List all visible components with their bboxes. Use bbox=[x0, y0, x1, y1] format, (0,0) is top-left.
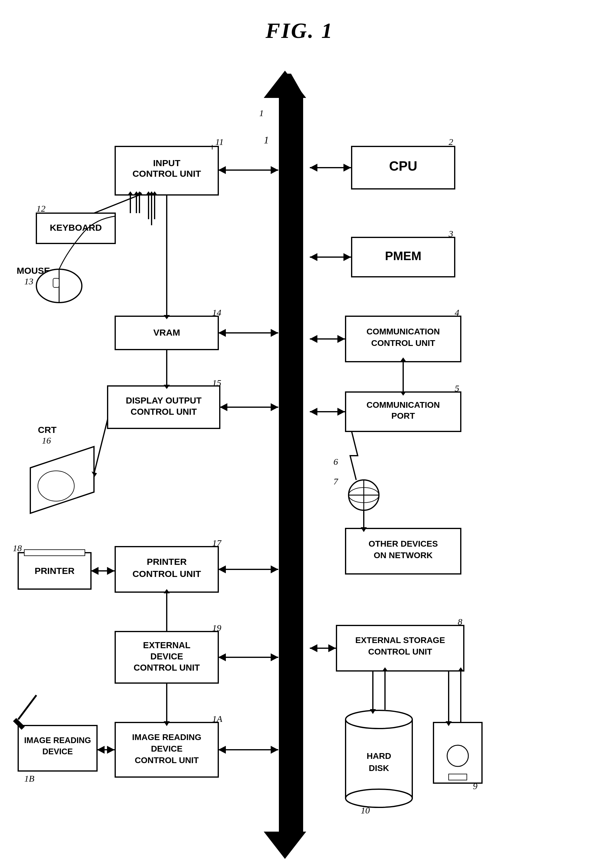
svg-marker-142 bbox=[310, 644, 318, 652]
svg-line-16 bbox=[94, 195, 140, 213]
svg-text:PMEM: PMEM bbox=[385, 249, 421, 263]
svg-text:1: 1 bbox=[259, 108, 264, 118]
svg-marker-102 bbox=[343, 164, 351, 171]
svg-marker-124 bbox=[310, 408, 318, 416]
svg-text:PORT: PORT bbox=[391, 411, 415, 421]
svg-rect-62 bbox=[24, 550, 85, 556]
svg-text:EXTERNAL: EXTERNAL bbox=[143, 640, 190, 650]
svg-text:VRAM: VRAM bbox=[154, 328, 180, 337]
svg-marker-75 bbox=[271, 653, 278, 661]
svg-text:CONTROL UNIT: CONTROL UNIT bbox=[132, 569, 201, 579]
svg-text:8: 8 bbox=[458, 617, 462, 627]
svg-marker-108 bbox=[343, 253, 351, 261]
svg-text:CONTROL UNIT: CONTROL UNIT bbox=[371, 338, 435, 348]
svg-text:DEVICE: DEVICE bbox=[151, 744, 182, 754]
svg-text:13: 13 bbox=[24, 276, 33, 286]
svg-marker-86 bbox=[218, 746, 226, 754]
svg-marker-115 bbox=[337, 335, 345, 343]
svg-marker-114 bbox=[310, 335, 318, 343]
svg-text:PRINTER: PRINTER bbox=[35, 566, 75, 576]
svg-text:7: 7 bbox=[333, 476, 339, 486]
svg-text:DISPLAY OUTPUT: DISPLAY OUTPUT bbox=[126, 396, 202, 405]
svg-text:19: 19 bbox=[212, 623, 221, 633]
svg-text:DISK: DISK bbox=[369, 763, 389, 773]
svg-point-155 bbox=[447, 745, 468, 766]
svg-text:CONTROL UNIT: CONTROL UNIT bbox=[368, 647, 432, 656]
svg-text:ON NETWORK: ON NETWORK bbox=[374, 551, 433, 560]
svg-marker-35 bbox=[218, 329, 226, 337]
svg-marker-46 bbox=[220, 403, 227, 411]
svg-text:14: 14 bbox=[212, 307, 221, 317]
svg-text:IMAGE READING: IMAGE READING bbox=[24, 736, 91, 745]
svg-text:CRT: CRT bbox=[38, 425, 57, 435]
svg-marker-143 bbox=[328, 644, 336, 652]
svg-text:1A: 1A bbox=[212, 714, 223, 724]
svg-text:CPU: CPU bbox=[389, 159, 417, 173]
svg-rect-0 bbox=[279, 95, 303, 835]
svg-text:CONTROL UNIT: CONTROL UNIT bbox=[132, 168, 201, 179]
svg-line-92 bbox=[18, 695, 36, 719]
svg-text:3: 3 bbox=[448, 229, 453, 239]
svg-marker-36 bbox=[271, 329, 278, 337]
svg-marker-107 bbox=[310, 253, 318, 261]
svg-text:INPUT: INPUT bbox=[153, 158, 181, 168]
svg-rect-26 bbox=[53, 278, 59, 287]
svg-marker-74 bbox=[218, 653, 226, 661]
svg-text:9: 9 bbox=[473, 781, 477, 791]
svg-marker-47 bbox=[271, 403, 278, 411]
svg-marker-12 bbox=[271, 166, 278, 174]
svg-line-52 bbox=[94, 419, 108, 474]
svg-text:16: 16 bbox=[42, 435, 51, 445]
svg-marker-59 bbox=[218, 566, 226, 573]
svg-text:EXTERNAL STORAGE: EXTERNAL STORAGE bbox=[355, 635, 445, 645]
svg-text:IMAGE READING: IMAGE READING bbox=[132, 733, 202, 742]
svg-marker-95 bbox=[97, 746, 105, 754]
svg-point-147 bbox=[346, 789, 412, 807]
page-title: FIG. 1 bbox=[0, 0, 599, 56]
svg-text:DEVICE: DEVICE bbox=[151, 651, 183, 661]
svg-text:11: 11 bbox=[215, 137, 224, 147]
svg-text:2: 2 bbox=[448, 137, 453, 147]
svg-text:CONTROL UNIT: CONTROL UNIT bbox=[131, 407, 197, 417]
svg-text:CONTROL UNIT: CONTROL UNIT bbox=[135, 755, 199, 765]
svg-marker-87 bbox=[271, 746, 278, 754]
svg-marker-125 bbox=[337, 408, 345, 416]
svg-marker-4 bbox=[264, 832, 306, 859]
svg-point-51 bbox=[38, 471, 74, 501]
svg-text:18: 18 bbox=[13, 543, 22, 553]
svg-marker-67 bbox=[107, 567, 114, 575]
svg-marker-66 bbox=[91, 567, 98, 575]
svg-text:1: 1 bbox=[264, 134, 269, 146]
svg-text:17: 17 bbox=[212, 538, 222, 548]
svg-marker-101 bbox=[310, 164, 318, 171]
svg-marker-3 bbox=[264, 71, 306, 98]
svg-marker-60 bbox=[271, 566, 278, 573]
svg-text:15: 15 bbox=[212, 378, 221, 388]
svg-text:4: 4 bbox=[455, 307, 459, 317]
svg-text:5: 5 bbox=[455, 383, 459, 393]
diagram: 1 INPUT CONTROL UNIT 11 KEYBOARD 12 MOU bbox=[0, 56, 599, 868]
svg-text:COMMUNICATION: COMMUNICATION bbox=[366, 400, 440, 409]
svg-text:OTHER DEVICES: OTHER DEVICES bbox=[369, 539, 438, 548]
svg-text:COMMUNICATION: COMMUNICATION bbox=[366, 327, 440, 336]
svg-text:PRINTER: PRINTER bbox=[147, 557, 187, 567]
svg-text:DEVICE: DEVICE bbox=[42, 747, 73, 756]
svg-text:12: 12 bbox=[36, 203, 45, 214]
svg-rect-156 bbox=[448, 774, 467, 780]
svg-marker-96 bbox=[107, 746, 114, 754]
svg-text:CONTROL UNIT: CONTROL UNIT bbox=[134, 663, 200, 672]
svg-text:HARD: HARD bbox=[367, 751, 391, 761]
svg-point-146 bbox=[346, 710, 412, 728]
svg-marker-11 bbox=[218, 166, 226, 174]
svg-text:1B: 1B bbox=[24, 773, 34, 784]
svg-text:6: 6 bbox=[333, 457, 338, 466]
diagram-svg: 1 INPUT CONTROL UNIT 11 KEYBOARD 12 MOU bbox=[0, 56, 599, 868]
